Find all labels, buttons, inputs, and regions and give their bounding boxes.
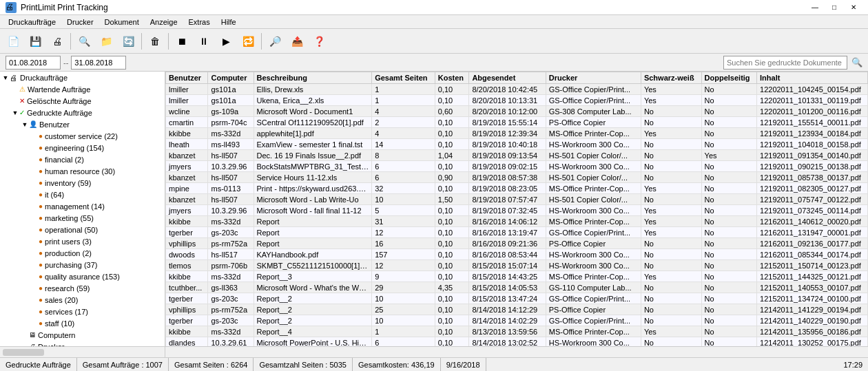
table-cell-2: Microsoft Word - Document1 [254, 106, 372, 117]
print-button[interactable]: 🖨 [47, 32, 68, 51]
save-button[interactable]: 💾 [25, 32, 45, 51]
replay-button[interactable]: 🔁 [238, 32, 258, 51]
col-header-kosten[interactable]: Kosten [435, 72, 469, 84]
table-row[interactable]: kbanzeths-ll507Service Hours 11-12.xls60… [166, 172, 868, 183]
tree-node-0[interactable]: ⚠Wartende Aufträge [0, 83, 165, 95]
tree-node-16[interactable]: ●quality asurance (153) [0, 271, 165, 282]
table-row[interactable]: vphillipsps-rm752aReport160,108/16/2018 … [166, 238, 868, 249]
col-header-inhalt[interactable]: Inhalt [757, 72, 868, 84]
toolbar: 📄💾🖨🔍📁🔄🗑⏹⏸▶🔁🔎📤❓ [0, 29, 868, 54]
tree-node-19[interactable]: ●services (17) [0, 306, 165, 317]
table-row[interactable]: jmyers10.3.29.96Microsoft Word - fall fi… [166, 205, 868, 216]
menu-item-anzeige[interactable]: Anzeige [145, 17, 183, 28]
search-input[interactable] [723, 56, 847, 70]
tree-root[interactable]: ▼🖨Druckaufträge [0, 72, 165, 83]
tree-node-9[interactable]: ●it (64) [0, 189, 165, 200]
tree-node-20[interactable]: ●staff (10) [0, 317, 165, 329]
table-cell-0: wcline [166, 106, 208, 117]
table-row[interactable]: cmartinpsrm-704cSCentral Of11121909520[1… [166, 117, 868, 128]
tree-node-12[interactable]: ●operational (50) [0, 224, 165, 235]
tree-node-13[interactable]: ●print users (3) [0, 235, 165, 247]
minimize-button[interactable]: — [806, 2, 824, 13]
table-cell-3: 1 [372, 95, 435, 106]
close-button[interactable]: ✕ [845, 2, 862, 13]
table-hscroll[interactable] [165, 346, 868, 357]
table-row[interactable]: jmyers10.3.29.96BockStatsMWPTBRG_31_Test… [166, 161, 868, 172]
col-header-doppelseitig[interactable]: Doppelseitig [701, 72, 756, 84]
table-row[interactable]: tgerbergs-203cReport__2100,108/15/2018 1… [166, 293, 868, 304]
menu-item-extras[interactable]: Extras [183, 17, 216, 28]
export-button[interactable]: 📤 [287, 32, 307, 51]
tree-node-10[interactable]: ●management (14) [0, 200, 165, 212]
table-row[interactable]: kbanzeths-ll507Dec. 16 19 Finals Issue__… [166, 150, 868, 161]
tree-node-7[interactable]: ●human resource (30) [0, 165, 165, 177]
tree-node-1[interactable]: ✕Gelöschte Aufträge [0, 95, 165, 107]
col-header-schwarz-weiß[interactable]: Schwarz-weiß [641, 72, 701, 84]
tree-node-4[interactable]: ●customer service (22) [0, 130, 165, 142]
menu-item-druckaufträge[interactable]: Druckaufträge [3, 17, 61, 28]
table-row[interactable]: kkibbems-332dReport310,108/16/2018 14:06… [166, 216, 868, 227]
table-row[interactable]: tcuthber...gs-ll363Microsoft Word - What… [166, 282, 868, 293]
pause-button[interactable]: ⏸ [194, 32, 214, 51]
table-row[interactable]: kbanzeths-ll507Microsoft Word - Lab Writ… [166, 194, 868, 205]
table-row[interactable]: mpinems-0113Print - https://skyward.usd2… [166, 183, 868, 194]
table-row[interactable]: kkibbems-332dapplewhite[1].pdf40,108/19/… [166, 128, 868, 139]
table-row[interactable]: lmillergs101aEllis, Drew.xls10,108/20/20… [166, 84, 868, 95]
tree-node-6[interactable]: ●financial (2) [0, 153, 165, 165]
tree-node-18[interactable]: ●sales (20) [0, 294, 165, 306]
delete-button[interactable]: 🗑 [145, 32, 165, 51]
table-row[interactable]: lmillergs101aUkena, Erica__2.xls10,108/2… [166, 95, 868, 106]
menu-item-hilfe[interactable]: Hilfe [216, 17, 242, 28]
tree-node-2[interactable]: ▼✓Gedruckte Aufträge [0, 107, 165, 118]
table-row[interactable]: lheathms-ll493ExamView - semester 1 fina… [166, 139, 868, 150]
tree-node-8[interactable]: ●inventory (59) [0, 177, 165, 189]
app-title: PrintLimit Print Tracking [21, 3, 806, 12]
table-cell-7: Yes [641, 227, 701, 238]
date-from-input[interactable] [6, 56, 61, 70]
table-row[interactable]: tgerbergs-203cReport120,108/16/2018 13:1… [166, 227, 868, 238]
help-button[interactable]: ❓ [309, 32, 329, 51]
table-cell-1: gs-203c [208, 227, 254, 238]
col-header-computer[interactable]: Computer [208, 72, 254, 84]
tree-node-15[interactable]: ●purchasing (37) [0, 259, 165, 271]
table-cell-6: HS-501 Copier Color/... [546, 150, 641, 161]
tree-node-11[interactable]: ●marketing (55) [0, 212, 165, 224]
col-header-drucker[interactable]: Drucker [546, 72, 641, 84]
tree-hscroll[interactable] [0, 346, 165, 357]
refresh-button[interactable]: 🔄 [118, 32, 138, 51]
tree-node-5[interactable]: ●engineering (154) [0, 142, 165, 153]
tree-node-21[interactable]: 🖥Computern [0, 329, 165, 341]
search-button[interactable]: 🔍 [74, 32, 94, 51]
table-row[interactable]: kkibbems-332dReport__390,108/15/2018 14:… [166, 271, 868, 282]
table-row[interactable]: dwoodshs-ll517KAYHandbook.pdf1570,108/16… [166, 249, 868, 260]
col-header-gesamt-seiten[interactable]: Gesamt Seiten [372, 72, 435, 84]
table-row[interactable]: kkibbems-332dReport__410,108/13/2018 13:… [166, 326, 868, 337]
tree-node-3[interactable]: ▼👤Benutzer [0, 118, 165, 130]
expand-icon[interactable]: ▼ [1, 74, 10, 82]
maximize-button[interactable]: □ [825, 2, 843, 13]
table-row[interactable]: vphillipsps-rm752aReport__2250,108/14/20… [166, 304, 868, 315]
search-icon[interactable]: 🔍 [851, 57, 862, 67]
expand-icon[interactable]: ▼ [21, 120, 29, 129]
col-header-abgesendet[interactable]: Abgesendet [469, 72, 546, 84]
col-header-benutzer[interactable]: Benutzer [166, 72, 208, 84]
menu-item-dokument[interactable]: Dokument [99, 17, 145, 28]
table-row[interactable]: tgerbergs-203cReport__2100,108/14/2018 1… [166, 315, 868, 326]
new-button[interactable]: 📄 [3, 32, 23, 51]
tree-node-14[interactable]: ●production (2) [0, 247, 165, 259]
folder-button[interactable]: 📁 [96, 32, 116, 51]
table-container[interactable]: BenutzerComputerBeschreibungGesamt Seite… [165, 72, 868, 346]
table-row[interactable]: tlemospsrm-706bSKMBT_C55211121510000[1].… [166, 260, 868, 271]
expand-icon[interactable]: ▼ [11, 109, 19, 117]
col-header-beschreibung[interactable]: Beschreibung [254, 72, 372, 84]
table-row[interactable]: wclinegs-109aMicrosoft Word - Document14… [166, 106, 868, 117]
play-button[interactable]: ▶ [216, 32, 236, 51]
tree-node-17[interactable]: ●research (59) [0, 282, 165, 294]
menu-item-drucker[interactable]: Drucker [61, 17, 99, 28]
stop-button[interactable]: ⏹ [172, 32, 192, 51]
table-cell-9: 12142011_135956_00186.pdf [757, 326, 868, 337]
date-to-input[interactable] [71, 56, 126, 70]
table-row[interactable]: dlandes10.3.29.61Microsoft PowerPoint - … [166, 337, 868, 347]
tree-node-22[interactable]: 🖨Drucker [0, 341, 165, 346]
zoom-button[interactable]: 🔎 [265, 32, 285, 51]
